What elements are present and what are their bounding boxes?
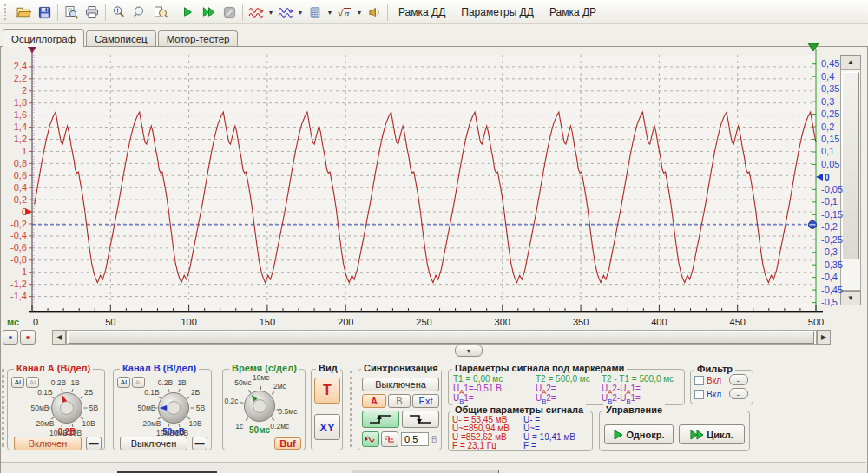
buffer-button[interactable]: Buf (274, 437, 301, 450)
marker-params-group: Параметры сигнала под маркерами T1 = 0,0… (448, 369, 685, 405)
sync-edge-mode-button[interactable] (381, 431, 398, 447)
right-tick-label: -0,5 (821, 297, 838, 307)
channel_a-dial-label: 50мВ (31, 404, 49, 412)
timebase-selected-value: 50мс (249, 425, 270, 435)
left-tick-label: -1,2 (10, 279, 27, 289)
sync-source-ext-button[interactable]: Ext (412, 394, 439, 408)
common-params-title: Общие параметры сигнала (452, 404, 586, 415)
x-tick-label: 350 (573, 317, 589, 327)
timebase-title: Время (с/дел) (229, 363, 299, 373)
channel-b-minus-button[interactable]: — (192, 437, 207, 450)
channel_b-dial-label: 0.1В (144, 388, 160, 397)
channel_b-dial-tick (155, 408, 158, 409)
channel-b-zero-marker[interactable] (816, 174, 823, 181)
oscilloscope-plot[interactable]: 2,42,221,81,61,41,210,80,60,40,20-0,2-0,… (0, 1, 868, 358)
channel_b-dial-tick (179, 424, 181, 427)
x-tick-label: 250 (416, 317, 431, 327)
common-b-f: F = (523, 441, 536, 450)
channel_b-dial-tick (187, 396, 191, 398)
x-tick-label: 100 (181, 317, 196, 327)
channel_b-dial-tick (158, 396, 161, 398)
filter-a-label: Вкл (707, 376, 721, 385)
filter-b-settings-button[interactable]: .. (729, 388, 748, 399)
x-tick-label: 400 (651, 317, 667, 327)
right-tick-label: 0,45 (821, 58, 839, 69)
left-tick-label: 2,2 (14, 73, 27, 83)
sync-level-input[interactable] (401, 432, 429, 446)
sync-level-mode-button[interactable] (362, 431, 379, 447)
channel_b-dial-label: 50мВ (138, 404, 156, 412)
channel-a-autoscale2-button[interactable]: АI (26, 377, 39, 388)
panel-gripper[interactable] (350, 371, 356, 447)
sync-off-button[interactable]: Выключена (362, 378, 439, 391)
common-a-f: F = 23,1 Гц (452, 441, 496, 450)
edge-trigger-icon (384, 435, 396, 443)
common-params-group: Общие параметры сигнала U- = 53,45 мВ U~… (448, 411, 593, 451)
view-xy-button[interactable]: XY (314, 414, 340, 440)
channel-b-title: Канал B (В/дел) (120, 363, 199, 373)
filter-a-checkbox[interactable] (694, 376, 704, 385)
view-title: Вид (316, 363, 340, 373)
channel-b-autoscale2-button[interactable]: АI (132, 377, 145, 388)
time_knob-dial-label: 1с (235, 422, 243, 430)
right-tick-label: -0,2 (821, 221, 838, 232)
cycle-run-button[interactable]: Цикл. (679, 424, 745, 444)
right-tick-label: -0,25 (821, 234, 843, 245)
single-run-label: Однокр. (627, 430, 665, 440)
filter-a-settings-button[interactable]: .. (729, 374, 748, 385)
filter-b-label: Вкл (707, 390, 721, 399)
x-tick-label: 450 (730, 317, 746, 327)
marker-params-title: Параметры сигнала под маркерами (452, 363, 627, 373)
channel-b-power-button[interactable]: Выключен (120, 437, 187, 450)
rising-edge-icon (368, 414, 394, 424)
right-tick-label: -0,45 (821, 285, 843, 295)
sync-group: Синхронизация Выключена А В Ext В (358, 369, 442, 450)
view-group: Вид Т XY (311, 369, 343, 450)
filter-b-checkbox[interactable] (694, 390, 704, 399)
channel_a-dial-label: 1В (70, 378, 79, 387)
left-tick-label: -0,6 (10, 242, 27, 253)
channel-b-autoscale-button[interactable]: АI (117, 377, 130, 388)
time_knob-dial-tick (272, 417, 275, 421)
right-tick-label: -0,05 (821, 184, 843, 194)
channel_a-dial-tick (51, 396, 55, 398)
play-icon (614, 430, 623, 440)
channel_a-dial-center (60, 401, 74, 415)
right-tick-label: 0,4 (821, 71, 834, 82)
time_knob-dial-tick (248, 390, 251, 393)
view-t-button[interactable]: Т (314, 378, 340, 404)
channel-a-autoscale-button[interactable]: АI (11, 377, 24, 388)
channel_b-dial-label: 2В (191, 388, 200, 397)
single-run-button[interactable]: Однокр. (604, 424, 674, 444)
channel_a-dial-tick (72, 389, 74, 392)
t1-value: T1 = 0,00 мс (453, 374, 503, 384)
left-tick-label: -0,4 (10, 230, 27, 240)
right-tick-label: 0,25 (821, 108, 839, 119)
channel-a-minus-button[interactable]: — (86, 437, 102, 450)
control-title: Управление (603, 404, 665, 415)
sync-rising-edge-button[interactable] (362, 411, 399, 428)
time_knob-dial-tick (260, 386, 261, 390)
channel_a-dial-tick (48, 408, 51, 409)
t2-marker-handle[interactable] (808, 43, 819, 51)
channel-b-zero-label: 0 (825, 173, 830, 182)
channel_a-dial-label: 2В (84, 388, 93, 397)
tab-oscilloscope[interactable]: Осциллограф (3, 29, 84, 47)
channel_a-dial-label: 20мВ (36, 419, 54, 428)
channel_a-dial-label: 20В (69, 429, 82, 437)
channel_a-dial-tick (61, 389, 62, 392)
sync-source-b-button[interactable]: В (388, 394, 411, 408)
time_knob-dial-label: 10мс (253, 373, 270, 382)
time_knob-dial-tick (240, 403, 244, 404)
sync-source-a-button[interactable]: А (362, 394, 386, 408)
channel_a-dial-tick (84, 408, 88, 409)
channel_b-dial-tick (191, 408, 194, 409)
sync-level-unit: В (431, 435, 437, 444)
channel-a-zero-marker[interactable] (25, 208, 32, 215)
channel-a-power-button[interactable]: Включен (14, 437, 82, 450)
sync-falling-edge-button[interactable] (402, 411, 439, 428)
collapse-panel-button[interactable]: ▼ (455, 345, 483, 357)
time_knob-dial-tick (276, 409, 279, 411)
x-tick-label: 300 (495, 317, 510, 327)
time_knob-dial-tick (246, 417, 249, 421)
